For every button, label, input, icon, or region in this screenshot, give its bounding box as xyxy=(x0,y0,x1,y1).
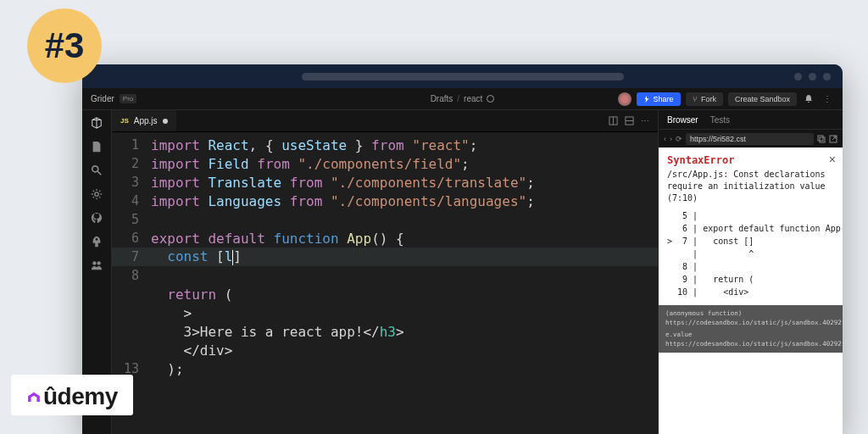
bell-icon[interactable] xyxy=(802,94,815,104)
error-title: SyntaxError xyxy=(667,154,834,166)
editor: JS App.js ⋯ 1import React, { useState } … xyxy=(111,110,658,434)
line-number: 6 xyxy=(112,231,151,246)
udemy-icon xyxy=(26,392,42,402)
line-number: 1 xyxy=(112,137,151,153)
search-icon[interactable] xyxy=(91,164,103,176)
udemy-wordmark: ûdemy xyxy=(43,383,118,410)
refresh-icon[interactable]: ⟳ xyxy=(676,135,682,143)
traffic-dot[interactable] xyxy=(823,73,831,81)
error-overlay: × SyntaxError /src/App.js: Const declara… xyxy=(659,147,843,434)
more-icon[interactable]: ⋮ xyxy=(821,94,834,103)
visibility-icon[interactable] xyxy=(487,95,494,103)
gear-icon[interactable] xyxy=(91,188,103,200)
svg-point-3 xyxy=(96,238,98,241)
line-number: 4 xyxy=(112,193,151,209)
window-controls xyxy=(794,73,831,81)
svg-point-5 xyxy=(97,261,100,264)
ranking-badge: #3 xyxy=(27,8,102,83)
svg-point-0 xyxy=(92,166,98,172)
create-sandbox-button[interactable]: Create Sandbox xyxy=(728,92,797,106)
code-content[interactable]: 1import React, { useState } from "react"… xyxy=(112,132,658,434)
github-icon[interactable] xyxy=(91,212,103,224)
error-stacktrace: (anonymous function) https://codesandbox… xyxy=(659,305,843,353)
file-icon[interactable] xyxy=(91,141,103,153)
svg-line-1 xyxy=(97,171,101,175)
avatar[interactable] xyxy=(618,92,632,106)
sandbox-topbar: Grider Pro Drafts / react Share ⑂ Fork C… xyxy=(82,88,843,110)
dirty-indicator xyxy=(163,119,168,124)
svg-rect-10 xyxy=(818,136,823,141)
folder-label[interactable]: Drafts xyxy=(431,94,453,103)
close-icon[interactable]: × xyxy=(829,153,836,166)
titlebar xyxy=(82,64,843,88)
preview-panel: Browser Tests ‹ › ⟳ https://5ri582.cst ×… xyxy=(658,110,843,434)
project-name[interactable]: react xyxy=(464,94,482,103)
error-message: /src/App.js: Const declarations require … xyxy=(667,169,834,204)
badge-text: #3 xyxy=(45,25,85,66)
back-icon[interactable]: ‹ xyxy=(664,135,666,143)
traffic-dot[interactable] xyxy=(809,73,816,81)
more-icon[interactable]: ⋯ xyxy=(641,116,649,125)
tab-filename: App.js xyxy=(134,116,158,125)
pro-badge: Pro xyxy=(120,94,136,103)
svg-rect-11 xyxy=(820,137,825,142)
split-icon[interactable] xyxy=(625,116,634,125)
lightning-icon xyxy=(643,96,650,103)
open-icon[interactable] xyxy=(829,135,837,143)
tab-tests[interactable]: Tests xyxy=(710,115,730,125)
js-icon: JS xyxy=(120,117,129,125)
sandbox-icon[interactable] xyxy=(91,117,103,129)
deploy-icon[interactable] xyxy=(91,236,103,248)
live-icon[interactable] xyxy=(91,259,103,271)
author-name[interactable]: Grider xyxy=(91,94,114,103)
traffic-dot[interactable] xyxy=(794,73,802,81)
browser-window: Grider Pro Drafts / react Share ⑂ Fork C… xyxy=(82,64,843,434)
preview-tabs: Browser Tests xyxy=(659,110,843,129)
layout-icon[interactable] xyxy=(609,116,618,125)
copy-icon[interactable] xyxy=(817,135,826,143)
preview-toolbar: ‹ › ⟳ https://5ri582.cst xyxy=(659,129,843,147)
addressbar-placeholder[interactable] xyxy=(302,73,624,81)
line-number: 7 xyxy=(112,249,151,264)
error-codeframe: 5 | 6 | export default function App() { … xyxy=(667,209,834,298)
fork-button[interactable]: ⑂ Fork xyxy=(686,92,723,106)
forward-icon[interactable]: › xyxy=(670,135,672,143)
share-button[interactable]: Share xyxy=(637,92,680,106)
udemy-logo: ûdemy xyxy=(11,375,133,415)
line-number: 8 xyxy=(112,268,151,283)
line-number: 5 xyxy=(112,212,151,227)
editor-tabs: JS App.js ⋯ xyxy=(112,110,658,132)
tab-appjs[interactable]: JS App.js xyxy=(112,110,176,131)
preview-url[interactable]: https://5ri582.cst xyxy=(686,133,814,145)
line-number: 3 xyxy=(112,175,151,190)
svg-point-2 xyxy=(95,192,98,196)
svg-point-4 xyxy=(92,261,96,264)
line-number: 2 xyxy=(112,156,151,171)
tab-browser[interactable]: Browser xyxy=(667,115,698,125)
